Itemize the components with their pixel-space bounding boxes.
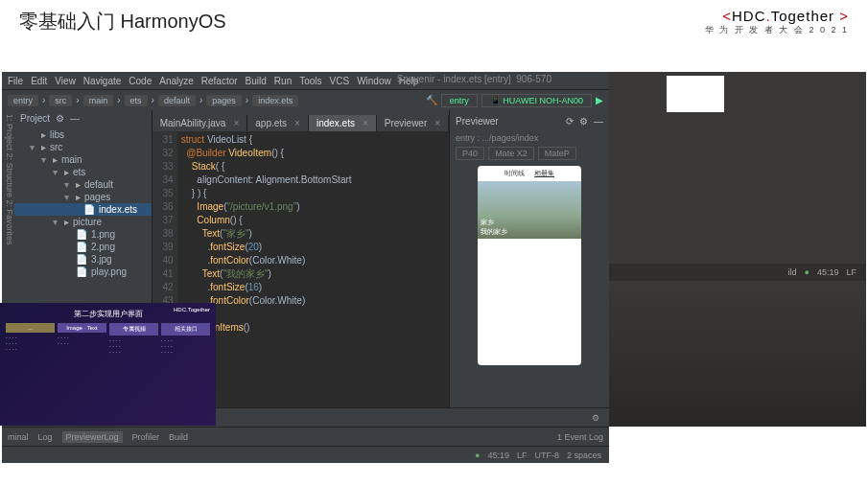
gear-icon[interactable]: ⚙: [579, 116, 588, 127]
project-tree[interactable]: ▸ libs▾▸ src▾▸ main▾▸ ets▾▸ default▾▸ pa…: [14, 127, 152, 280]
gear-icon[interactable]: ⚙: [588, 412, 603, 424]
crumb[interactable]: default: [158, 95, 196, 106]
gear-icon[interactable]: ⚙: [56, 113, 64, 124]
window-title: Souvenir - index.ets [entry] 906-570: [397, 74, 551, 84]
crumb[interactable]: pages: [206, 95, 242, 106]
previewer-title: Previewer: [456, 116, 498, 127]
tree-picture[interactable]: ▾▸ picture: [14, 216, 152, 228]
menu-refactor[interactable]: Refactor: [201, 76, 238, 86]
menu-analyze[interactable]: Analyze: [159, 76, 194, 86]
tree-libs[interactable]: ▸ libs: [14, 128, 152, 141]
status-bar: ●45:19 LFUTF-82 spaces: [2, 446, 609, 463]
run-config[interactable]: entry: [441, 94, 478, 107]
editor-tabs: MainAbility.java×app.ets×index.ets×Previ…: [152, 110, 449, 131]
menu-vcs[interactable]: VCS: [330, 76, 350, 86]
presentation-slide: HDC.Together 第二步实现用户界面 ...· · · ·· · · ·…: [0, 303, 216, 426]
bottom-tool-tabs: minal Log PreviewerLog Profiler Build 1 …: [2, 427, 609, 446]
editor-tab[interactable]: app.ets×: [247, 115, 309, 131]
project-panel-title[interactable]: Project: [20, 113, 50, 124]
event-log[interactable]: 1 Event Log: [557, 432, 603, 442]
tree-pages[interactable]: ▾▸ pages: [14, 191, 152, 203]
tree-play.png[interactable]: 📄 play.png: [14, 266, 152, 278]
code-source[interactable]: struct VideoList { @Builder VideoItem() …: [177, 131, 449, 407]
preview-path: entry : .../pages/index: [450, 131, 609, 145]
tab-terminal[interactable]: minal: [8, 432, 29, 442]
toolbar: entry ›src ›main ›ets ›default ›pages ›i…: [2, 89, 609, 110]
phone-preview: 时间线相册集 家乡我的家乡: [478, 166, 581, 365]
preview-device-matep[interactable]: MateP: [538, 147, 576, 160]
crumb[interactable]: src: [49, 95, 72, 106]
hdc-logo: <HDC.Together > 华 为 开 发 者 大 会 2 0 2 1: [705, 8, 849, 36]
run-icon[interactable]: ▶: [596, 95, 603, 105]
crumb[interactable]: main: [83, 95, 114, 106]
menu-edit[interactable]: Edit: [31, 76, 47, 86]
video-title-bar: 零基础入门 HarmonyOS <HDC.Together > 华 为 开 发 …: [0, 0, 868, 43]
tree-default[interactable]: ▾▸ default: [14, 178, 152, 191]
tab-build[interactable]: Build: [169, 432, 188, 442]
tree-ets[interactable]: ▾▸ ets: [14, 166, 152, 178]
tree-2.png[interactable]: 📄 2.png: [14, 241, 152, 253]
hammer-icon[interactable]: 🔨: [426, 95, 437, 105]
tree-src[interactable]: ▾▸ src: [14, 141, 152, 153]
menu-navigate[interactable]: Navigate: [83, 76, 121, 86]
tree-index.ets[interactable]: 📄 index.ets: [14, 203, 152, 216]
previewer-panel: Previewer⟳⚙— entry : .../pages/index P40…: [449, 110, 609, 407]
tree-3.jpg[interactable]: 📄 3.jpg: [14, 253, 152, 266]
tab-log[interactable]: Log: [38, 432, 53, 442]
editor-tab[interactable]: Previewer×: [377, 115, 449, 131]
tree-1.png[interactable]: 📄 1.png: [14, 228, 152, 241]
tree-main[interactable]: ▾▸ main: [14, 153, 152, 166]
menu-code[interactable]: Code: [129, 76, 152, 86]
editor-tab[interactable]: index.ets×: [309, 115, 377, 131]
crumb[interactable]: entry: [8, 95, 38, 106]
menu-run[interactable]: Run: [274, 76, 292, 86]
refresh-icon[interactable]: ⟳: [566, 116, 574, 127]
crumb[interactable]: ets: [125, 95, 148, 106]
menu-file[interactable]: File: [8, 76, 23, 86]
editor-tab[interactable]: MainAbility.java×: [152, 115, 248, 131]
menu-build[interactable]: Build: [246, 76, 267, 86]
crumb[interactable]: index.ets: [252, 95, 298, 106]
menu-bar: File Edit View Navigate Code Analyze Ref…: [2, 72, 609, 89]
presenter-camera: ild ●45:19LF: [609, 72, 866, 427]
preview-device-p40[interactable]: P40: [456, 147, 484, 160]
device-select[interactable]: 📱 HUAWEI NOH-AN00: [481, 94, 592, 107]
menu-window[interactable]: Window: [357, 76, 391, 86]
tab-profiler[interactable]: Profiler: [132, 432, 160, 442]
tab-previewer-log[interactable]: PreviewerLog: [62, 431, 123, 443]
menu-view[interactable]: View: [55, 76, 76, 86]
lecture-title: 零基础入门 HarmonyOS: [19, 9, 226, 35]
menu-tools[interactable]: Tools: [299, 76, 321, 86]
preview-device-matex2[interactable]: Mate X2: [488, 147, 534, 160]
